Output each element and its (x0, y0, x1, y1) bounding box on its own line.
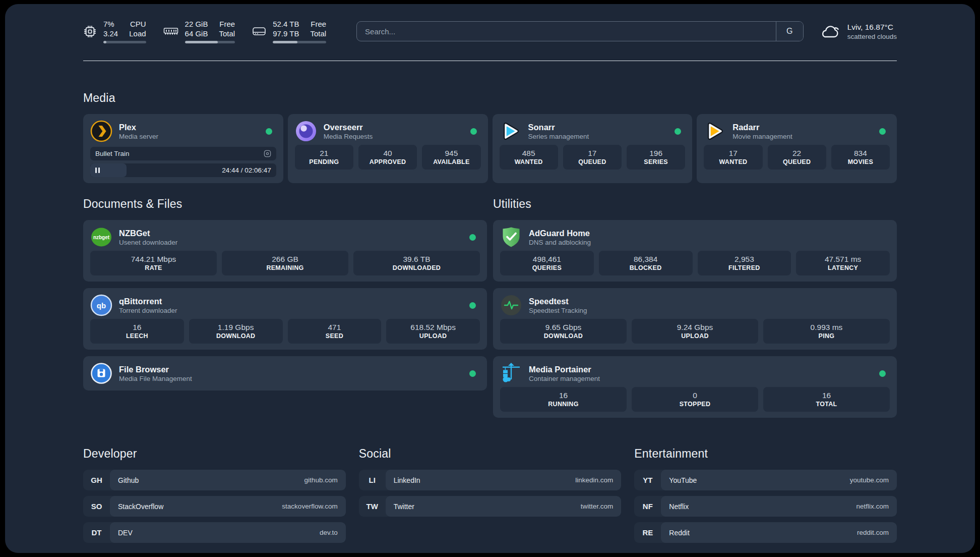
section-title-developer: Developer (83, 447, 346, 461)
search-engine-button[interactable]: G (776, 22, 803, 41)
bookmark-link-twitter[interactable]: TWTwittertwitter.com (359, 496, 622, 517)
stat-value: 47.571 ms (825, 254, 861, 264)
service-link[interactable]: File BrowserMedia File Management (90, 362, 480, 384)
stat-value: 0.993 ms (811, 322, 843, 332)
service-name: Plex (119, 122, 158, 132)
service-stats: 744.21 MbpsRATE266 GBREMAINING39.6 TBDOW… (90, 251, 480, 275)
stat-value: 17 (729, 148, 738, 158)
bookmark-body: StackOverflowstackoverflow.com (110, 496, 346, 517)
stat-label: TOTAL (816, 400, 837, 409)
stat-label-line: Load (129, 29, 146, 38)
stat-box-wanted: 485WANTED (500, 145, 558, 170)
stat-box-upload: 618.52 MbpsUPLOAD (386, 319, 480, 344)
section-title-entertainment: Entertainment (634, 447, 897, 461)
service-card-sonarr: SonarrSeries management485WANTED17QUEUED… (493, 114, 693, 183)
stat-value: 498,461 (533, 254, 561, 264)
stat-label: PING (819, 332, 835, 341)
service-link[interactable]: AdGuard HomeDNS and adblocking (500, 226, 890, 248)
bookmark-link-reddit[interactable]: RERedditreddit.com (634, 522, 897, 543)
stat-label: WANTED (719, 158, 747, 166)
stat-box-blocked: 86,384BLOCKED (599, 251, 693, 275)
stat-value: 22 (792, 148, 801, 158)
status-online-dot (469, 370, 476, 377)
stat-label: QUEUED (578, 158, 606, 166)
bookmark-list: LILinkedInlinkedin.comTWTwittertwitter.c… (359, 470, 622, 517)
stat-value-line: 64 GiB (185, 29, 208, 38)
service-name: NZBGet (119, 228, 177, 238)
bookmark-link-dev[interactable]: DTDEVdev.to (83, 522, 346, 543)
playback-progress-bar[interactable]: 24:44 / 02:06:47 (90, 163, 276, 177)
memory-progress-fill (185, 41, 218, 43)
service-stats: 17WANTED22QUEUED834MOVIES (704, 145, 890, 170)
service-link[interactable]: Media PortainerContainer management (500, 362, 890, 384)
service-link[interactable]: PlexMedia server (90, 120, 276, 142)
memory-stat-body: 22 GiB64 GiBFreeTotal (185, 19, 235, 43)
search-bar[interactable]: G (356, 21, 804, 41)
bookmark-link-github[interactable]: GHGithubgithub.com (83, 470, 346, 490)
stat-box-queries: 498,461QUERIES (500, 251, 594, 275)
service-link[interactable]: SonarrSeries management (500, 120, 686, 142)
disk-icon (252, 25, 266, 37)
service-card-plex: PlexMedia serverBullet Train 24:44 / 02:… (83, 114, 283, 183)
bookmark-group-social: SocialLILinkedInlinkedin.comTWTwittertwi… (359, 447, 622, 543)
service-titles: NZBGetUsenet downloader (119, 228, 177, 247)
bookmark-name: YouTube (669, 476, 697, 484)
stat-value: 485 (522, 148, 535, 158)
status-online-dot (469, 234, 476, 241)
service-stats: 16LEECH1.19 GbpsDOWNLOAD471SEED618.52 Mb… (90, 319, 480, 344)
stat-value: 0 (693, 391, 697, 400)
bookmark-link-netflix[interactable]: NFNetflixnetflix.com (634, 496, 897, 517)
now-playing-disc-icon[interactable] (264, 150, 271, 157)
stat-value: 744.21 Mbps (131, 254, 176, 264)
service-link[interactable]: nzbgetNZBGetUsenet downloader (90, 226, 480, 248)
bookmark-link-stackoverflow[interactable]: SOStackOverflowstackoverflow.com (83, 496, 346, 517)
stat-value: 196 (649, 148, 662, 158)
bookmark-url: youtube.com (850, 476, 889, 484)
bookmark-url: stackoverflow.com (282, 503, 337, 510)
service-name: AdGuard Home (529, 228, 591, 238)
stat-label: FILTERED (728, 264, 760, 272)
stat-box-available: 945AVAILABLE (422, 145, 480, 170)
bookmark-abbr: NF (634, 496, 661, 517)
service-link[interactable]: qbqBittorrentTorrent downloader (90, 294, 480, 316)
status-online-dot (470, 128, 477, 135)
bookmark-link-youtube[interactable]: YTYouTubeyoutube.com (634, 470, 897, 490)
bookmark-name: Reddit (669, 529, 689, 537)
radarr-icon (704, 120, 726, 142)
stat-value: 945 (445, 148, 458, 158)
service-stats: 498,461QUERIES86,384BLOCKED2,953FILTERED… (500, 251, 890, 275)
stat-label: DOWNLOADED (393, 264, 441, 272)
service-link[interactable]: OverseerrMedia Requests (295, 120, 481, 142)
stat-label: AVAILABLE (433, 158, 469, 166)
status-online-dot (266, 128, 272, 135)
bookmark-url: netflix.com (856, 503, 889, 510)
cpu-values: 7%3.24 (103, 19, 118, 38)
service-name: Media Portainer (529, 364, 600, 374)
search-input[interactable] (357, 22, 776, 41)
stat-value-line: 97.9 TB (273, 29, 299, 38)
bookmark-name: LinkedIn (394, 476, 420, 484)
bookmark-link-linkedin[interactable]: LILinkedInlinkedin.com (359, 470, 622, 490)
playback-time: 24:44 / 02:06:47 (222, 166, 271, 174)
stat-box-approved: 40APPROVED (358, 145, 417, 170)
weather-location: Lviv, 16.87°C (847, 23, 897, 32)
stat-box-queued: 17QUEUED (563, 145, 622, 170)
stat-value: 21 (320, 148, 328, 158)
pause-icon[interactable] (95, 168, 100, 173)
status-online-dot (879, 128, 886, 135)
stat-value-line: 22 GiB (185, 19, 208, 29)
disk-progress-fill (273, 41, 297, 43)
service-card-radarr: RadarrMovie management17WANTED22QUEUED83… (697, 114, 897, 183)
now-playing-row: Bullet Train (90, 147, 276, 160)
service-name: Radarr (732, 122, 792, 132)
service-link[interactable]: SpeedtestSpeedtest Tracking (500, 294, 890, 316)
top-bar: 7%3.24CPULoad 22 GiB64 GiBFreeTotal 52.4… (83, 19, 897, 43)
stat-label: SEED (326, 332, 343, 341)
service-link[interactable]: RadarrMovie management (704, 120, 890, 142)
bookmark-body: YouTubeyoutube.com (661, 470, 897, 490)
stat-label-line: Total (310, 29, 326, 38)
bookmark-name: Netflix (669, 503, 689, 511)
stat-label: UPLOAD (419, 332, 447, 341)
stat-label: BLOCKED (630, 264, 662, 272)
stat-value: 471 (328, 322, 341, 332)
